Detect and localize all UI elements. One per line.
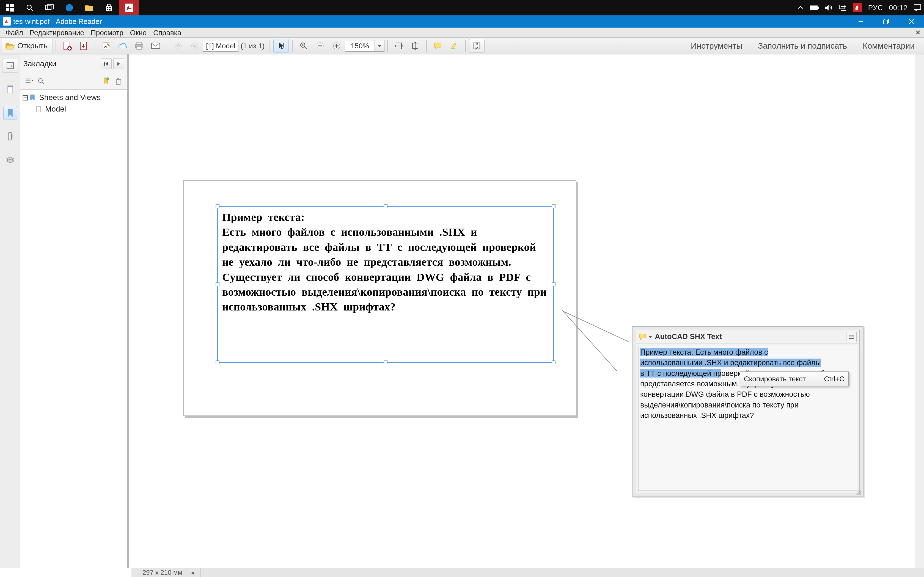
- svg-point-4: [27, 5, 31, 9]
- comment-text-area[interactable]: Пример текста: Есть много файлов с испол…: [638, 346, 857, 491]
- thumbnails-icon[interactable]: [3, 82, 17, 96]
- tab-comments[interactable]: Комментарии: [855, 38, 922, 54]
- nav-pane-toggle[interactable]: [2, 59, 18, 73]
- svg-rect-79: [116, 79, 120, 84]
- popup-minimize-button[interactable]: [846, 332, 857, 342]
- comment-highlighted-text: использованными .SHX: [640, 359, 724, 367]
- svg-rect-59: [451, 48, 455, 49]
- open-button[interactable]: Открыть: [2, 39, 53, 53]
- horizontal-scrollbar[interactable]: [200, 568, 924, 577]
- bookmarks-new-icon[interactable]: [100, 75, 112, 87]
- zoom-out-button[interactable]: [312, 39, 328, 53]
- bookmarks-icon[interactable]: [3, 106, 17, 120]
- page-number-input[interactable]: [1] Model: [203, 40, 238, 52]
- adobe-reader-taskbar-icon[interactable]: [119, 0, 139, 15]
- svg-line-5: [31, 9, 33, 11]
- bookmarks-first-button[interactable]: [101, 58, 111, 69]
- svg-rect-36: [137, 42, 142, 45]
- page-up-button[interactable]: [171, 39, 186, 53]
- bookmarks-options-icon[interactable]: [23, 75, 35, 87]
- menu-edit[interactable]: Редактирование: [26, 28, 87, 37]
- bookmarks-find-icon[interactable]: [35, 75, 47, 87]
- close-doc-button[interactable]: ✕: [912, 29, 924, 37]
- print-icon[interactable]: [131, 39, 147, 53]
- email-icon[interactable]: [148, 39, 163, 53]
- svg-line-76: [42, 82, 44, 84]
- chevron-down-icon[interactable]: [648, 335, 653, 339]
- start-button[interactable]: [0, 0, 20, 15]
- comment-popup[interactable]: AutoCAD SHX Text Пример текста: Есть мно…: [632, 326, 864, 497]
- tree-node-model[interactable]: Model: [22, 103, 125, 115]
- edge-icon[interactable]: [60, 0, 79, 15]
- svg-rect-10: [85, 5, 89, 6]
- action-center-icon[interactable]: [914, 0, 921, 15]
- tab-fill-sign[interactable]: Заполнить и подписать: [750, 38, 855, 54]
- page-down-button[interactable]: [187, 39, 202, 53]
- bookmarks-delete-icon[interactable]: [112, 75, 124, 87]
- context-menu-shortcut: Ctrl+C: [824, 375, 845, 383]
- resize-handle[interactable]: [216, 205, 220, 208]
- resize-handle[interactable]: [552, 205, 556, 208]
- read-mode-icon[interactable]: [469, 39, 485, 53]
- resize-handle[interactable]: [384, 205, 388, 208]
- sign-icon[interactable]: [99, 39, 114, 53]
- resize-handle[interactable]: [384, 361, 388, 364]
- clock[interactable]: 00:12: [889, 3, 908, 12]
- fit-width-icon[interactable]: [391, 39, 407, 53]
- layers-icon[interactable]: [3, 153, 17, 167]
- task-view-icon[interactable]: [40, 0, 60, 15]
- svg-rect-26: [884, 20, 887, 24]
- document-view[interactable]: Пример текста: Есть много файлов с испол…: [129, 55, 924, 568]
- network-icon[interactable]: [838, 0, 847, 15]
- attachments-icon[interactable]: [3, 130, 17, 143]
- export-pdf-icon[interactable]: [76, 39, 91, 53]
- search-icon[interactable]: [20, 0, 40, 15]
- svg-rect-64: [8, 86, 13, 87]
- resize-handle[interactable]: [216, 361, 220, 364]
- battery-icon[interactable]: [810, 0, 819, 15]
- vertical-scrollbar[interactable]: [915, 55, 924, 568]
- input-language[interactable]: РУС: [868, 3, 883, 12]
- volume-icon[interactable]: [825, 0, 832, 15]
- resize-handle[interactable]: [552, 282, 556, 286]
- resize-handle[interactable]: [552, 361, 556, 364]
- file-explorer-icon[interactable]: [79, 0, 99, 15]
- menu-window[interactable]: Окно: [127, 28, 150, 37]
- avira-tray-icon[interactable]: [853, 3, 862, 12]
- menu-file[interactable]: Файл: [2, 28, 26, 37]
- bookmarks-tree[interactable]: ⊟ Sheets and Views Model: [20, 90, 127, 568]
- zoom-input[interactable]: 150%: [345, 40, 375, 52]
- svg-marker-53: [378, 45, 381, 47]
- bookmarks-next-button[interactable]: [113, 58, 124, 69]
- save-cloud-icon[interactable]: [115, 39, 130, 53]
- highlight-icon[interactable]: [447, 39, 462, 53]
- menu-help[interactable]: Справка: [150, 28, 184, 37]
- tree-node-sheets[interactable]: ⊟ Sheets and Views: [22, 92, 125, 103]
- fit-page-icon[interactable]: [407, 39, 423, 53]
- close-button[interactable]: [899, 15, 924, 27]
- tab-tools[interactable]: Инструменты: [683, 38, 750, 54]
- zoom-marquee-icon[interactable]: [296, 39, 311, 53]
- toolbar-separator: [166, 40, 167, 52]
- menu-view[interactable]: Просмотр: [87, 28, 127, 37]
- comment-popup-header[interactable]: AutoCAD SHX Text: [636, 330, 859, 343]
- tray-chevron-icon[interactable]: [797, 0, 804, 15]
- comment-popup-title: AutoCAD SHX Text: [655, 332, 722, 341]
- store-icon[interactable]: [99, 0, 119, 15]
- collapse-icon[interactable]: ⊟: [22, 93, 28, 102]
- popup-resize-grip[interactable]: [855, 488, 862, 495]
- svg-line-45: [304, 47, 307, 49]
- create-pdf-icon[interactable]: [60, 39, 75, 53]
- context-menu-copy[interactable]: Скопировать текст: [744, 375, 806, 383]
- scroll-left-icon[interactable]: ◂: [188, 569, 197, 577]
- svg-marker-82: [31, 95, 34, 100]
- bookmarks-panel: Закладки ⊟ Sheets and Views Model: [20, 55, 129, 568]
- select-tool-icon[interactable]: [273, 39, 289, 53]
- zoom-dropdown-button[interactable]: [375, 40, 384, 52]
- zoom-in-button[interactable]: [329, 39, 344, 53]
- restore-button[interactable]: [873, 15, 899, 27]
- sticky-note-icon[interactable]: [430, 39, 446, 53]
- minimize-button[interactable]: [848, 15, 873, 27]
- resize-handle[interactable]: [216, 282, 220, 286]
- comment-icon: [639, 334, 646, 340]
